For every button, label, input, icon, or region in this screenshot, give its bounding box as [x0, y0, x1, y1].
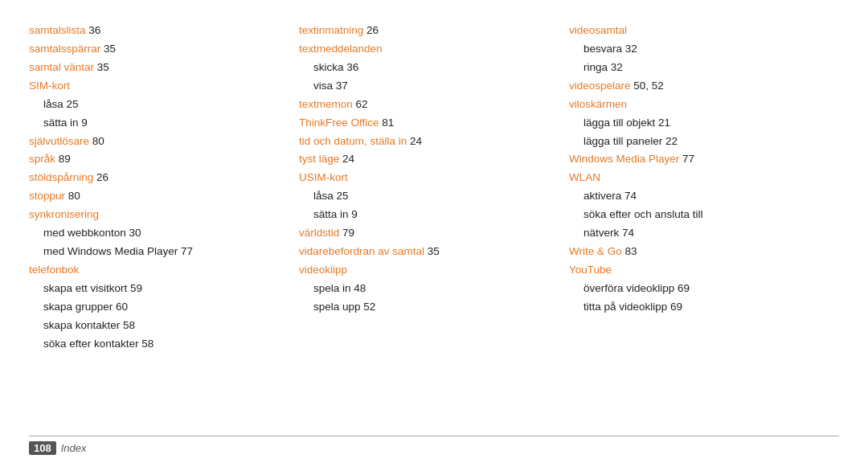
- index-heading: textinmatning: [299, 24, 363, 36]
- index-entry: samtal väntar 35: [29, 59, 285, 76]
- index-sub-entry: söka efter kontakter 58: [29, 336, 285, 353]
- index-heading: viloskärmen: [569, 98, 627, 110]
- index-entry: självutlösare 80: [29, 133, 285, 150]
- index-sub-entry: överföra videoklipp 69: [569, 281, 825, 297]
- index-page-ref: 24: [407, 135, 422, 147]
- index-sub-entry: låsa 25: [29, 96, 285, 113]
- index-heading: tid och datum, ställa in: [299, 135, 407, 147]
- index-entry: stöldspårning 26: [29, 170, 285, 186]
- index-entry: tyst läge 24: [299, 151, 555, 168]
- index-sub-entry: skapa kontakter 58: [29, 317, 285, 334]
- index-entry: stoppur 80: [29, 188, 285, 205]
- index-page-ref: 80: [89, 135, 104, 147]
- page: samtalslista 36samtalsspärrar 35samtal v…: [0, 0, 868, 471]
- index-heading: självutlösare: [29, 135, 89, 147]
- index-entry: videosamtal: [569, 23, 825, 39]
- index-page-ref: 62: [353, 98, 368, 110]
- index-sub-entry: lägga till objekt 21: [569, 115, 825, 132]
- index-sub-entry: spela upp 52: [299, 299, 555, 316]
- index-page-ref: 83: [622, 245, 637, 257]
- index-page-ref: 89: [55, 153, 71, 165]
- index-heading: videoklipp: [299, 264, 347, 276]
- index-entry: samtalslista 36: [29, 23, 285, 39]
- index-heading: stoppur: [29, 190, 65, 202]
- index-heading: USIM-kort: [299, 171, 348, 183]
- index-sub-entry: skicka 36: [299, 59, 555, 76]
- index-page-ref: 35: [424, 245, 440, 257]
- index-heading: Windows Media Player: [569, 153, 679, 165]
- index-sub-entry: skapa grupper 60: [29, 299, 285, 316]
- index-entry: världstid 79: [299, 225, 555, 242]
- index-sub-entry: titta på videoklipp 69: [569, 299, 825, 316]
- index-sub-entry: visa 37: [299, 78, 555, 95]
- index-entry: Write & Go 83: [569, 244, 825, 260]
- index-entry: tid och datum, ställa in 24: [299, 133, 555, 150]
- index-page-ref: 36: [86, 24, 101, 36]
- index-heading: samtalslista: [29, 24, 86, 36]
- index-entry: synkronisering: [29, 207, 285, 223]
- index-entry: språk 89: [29, 151, 285, 168]
- index-page-ref: 26: [363, 24, 379, 36]
- index-page-ref: 81: [379, 117, 395, 129]
- index-sub-entry: nätverk 74: [569, 225, 825, 242]
- index-entry: WLAN: [569, 170, 825, 186]
- index-col-col1: samtalslista 36samtalsspärrar 35samtal v…: [29, 23, 299, 428]
- index-heading: textmeddelanden: [299, 43, 383, 55]
- index-page-ref: 77: [679, 153, 694, 165]
- index-page-ref: 24: [339, 153, 354, 165]
- index-entry: ThinkFree Office 81: [299, 115, 555, 132]
- index-entry: textmeddelanden: [299, 41, 555, 58]
- index-sub-entry: aktivera 74: [569, 188, 825, 205]
- index-entry: SIM-kort: [29, 78, 285, 95]
- index-entry: videoklipp: [299, 262, 555, 279]
- index-entry: telefonbok: [29, 262, 285, 279]
- footer: 108 Index: [29, 436, 839, 455]
- index-sub-entry: spela in 48: [299, 281, 555, 297]
- index-heading: stöldspårning: [29, 171, 93, 183]
- index-heading: SIM-kort: [29, 80, 70, 92]
- index-col-col2: textinmatning 26textmeddelandenskicka 36…: [299, 23, 569, 428]
- index-sub-entry: låsa 25: [299, 188, 555, 205]
- index-heading: textmemon: [299, 98, 353, 110]
- index-heading: samtalsspärrar: [29, 43, 100, 55]
- index-sub-entry: söka efter och ansluta till: [569, 207, 825, 223]
- index-sub-entry: skapa ett visitkort 59: [29, 281, 285, 297]
- index-entry: Windows Media Player 77: [569, 151, 825, 168]
- index-heading: vidarebefordran av samtal: [299, 245, 424, 257]
- index-sub-entry: besvara 32: [569, 41, 825, 58]
- index-columns: samtalslista 36samtalsspärrar 35samtal v…: [29, 23, 839, 428]
- index-sub-entry: med webbkonton 30: [29, 225, 285, 242]
- index-heading: tyst läge: [299, 153, 339, 165]
- index-heading: WLAN: [569, 171, 600, 183]
- index-page-ref: 35: [94, 61, 109, 73]
- index-sub-entry: ringa 32: [569, 59, 825, 76]
- index-page-ref: 79: [339, 227, 354, 239]
- index-entry: vidarebefordran av samtal 35: [299, 244, 555, 260]
- index-heading: Write & Go: [569, 245, 622, 257]
- index-sub-entry: lägga till paneler 22: [569, 133, 825, 150]
- index-page-ref: 26: [93, 171, 108, 183]
- index-heading: synkronisering: [29, 208, 99, 220]
- index-sub-entry: sätta in 9: [29, 115, 285, 132]
- index-page-ref: 50, 52: [631, 80, 664, 92]
- index-entry: samtalsspärrar 35: [29, 41, 285, 58]
- footer-label: Index: [61, 442, 87, 454]
- index-heading: världstid: [299, 227, 339, 239]
- index-heading: telefonbok: [29, 264, 79, 276]
- index-entry: USIM-kort: [299, 170, 555, 186]
- index-heading: YouTube: [569, 264, 612, 276]
- index-heading: videospelare: [569, 80, 631, 92]
- index-sub-entry: sätta in 9: [299, 207, 555, 223]
- index-entry: YouTube: [569, 262, 825, 279]
- index-page-ref: 80: [65, 190, 80, 202]
- page-number: 108: [29, 441, 56, 455]
- index-col-col3: videosamtalbesvara 32ringa 32videospelar…: [569, 23, 839, 428]
- index-entry: viloskärmen: [569, 96, 825, 113]
- index-heading: videosamtal: [569, 24, 627, 36]
- index-heading: språk: [29, 153, 55, 165]
- index-heading: ThinkFree Office: [299, 117, 379, 129]
- index-heading: samtal väntar: [29, 61, 94, 73]
- index-entry: textmemon 62: [299, 96, 555, 113]
- index-page-ref: 35: [100, 43, 116, 55]
- index-entry: textinmatning 26: [299, 23, 555, 39]
